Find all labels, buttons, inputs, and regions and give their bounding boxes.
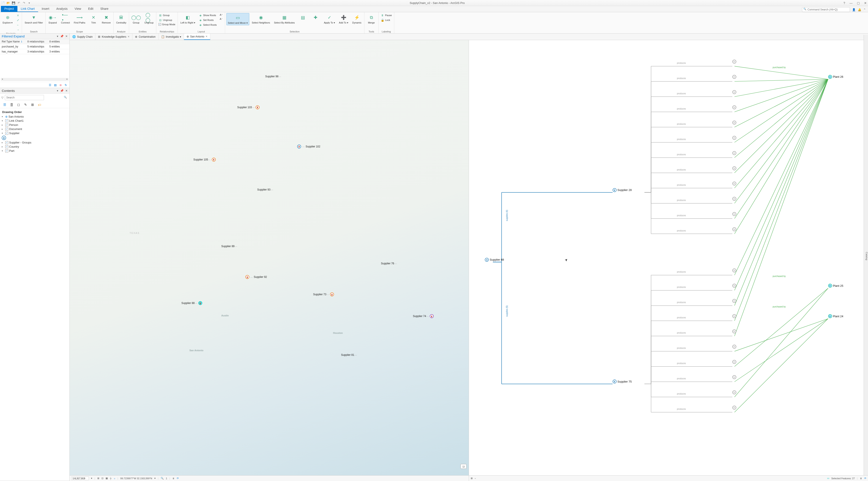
list-by-editing-icon[interactable]: ✎: [23, 102, 28, 107]
product-node[interactable]: ⊙: [732, 121, 736, 125]
map-supplier[interactable]: Supplier 74▮: [413, 314, 434, 318]
link-node[interactable]: ▮Supplier 75: [613, 380, 632, 384]
list-by-source-icon[interactable]: 🗄: [9, 102, 14, 107]
qat-redo-icon[interactable]: ↷: [22, 1, 26, 5]
panel-close-icon[interactable]: ✕: [65, 35, 68, 38]
tree-root[interactable]: ▾ ⊛ San Antonio: [1, 115, 69, 119]
list-by-selection-icon[interactable]: ◻: [16, 102, 21, 107]
product-node[interactable]: ⊙: [732, 329, 736, 333]
document-tab[interactable]: ⊛San Antonio✕: [184, 33, 211, 40]
ribbon-button[interactable]: ◉Select Neighbors: [251, 13, 272, 25]
ribbon-small-button[interactable]: ◈Show Roots: [198, 13, 217, 18]
fe-view-list-icon[interactable]: ☰: [48, 83, 52, 87]
map-navigator-icon[interactable]: ◲: [461, 464, 467, 469]
scale-input[interactable]: [71, 477, 89, 480]
link-chart-view[interactable]: ▮Supplier 88▮Supplier 28▮Supplier 75▮Pla…: [469, 40, 868, 475]
tree-layer[interactable]: ▸✓Document: [1, 127, 69, 131]
ribbon-small-button[interactable]: →: [15, 27, 21, 32]
ribbon-button[interactable]: ▦Select By Attributes: [273, 13, 296, 25]
link-node[interactable]: ▮Supplier 28: [613, 188, 632, 192]
fe-hscrollbar[interactable]: [1, 78, 69, 81]
ribbon-button[interactable]: ⊕Explore ▾: [1, 13, 14, 25]
checkbox[interactable]: ✓: [5, 141, 8, 144]
expand-icon[interactable]: ▾: [2, 150, 4, 152]
sb-icon[interactable]: ▫: [475, 477, 476, 480]
fe-row[interactable]: has_manager 3 relationships 3 entities: [0, 49, 69, 54]
product-node[interactable]: ⊙: [732, 106, 736, 109]
link-node[interactable]: ▮Plant 24: [828, 314, 843, 318]
contents-pin-icon[interactable]: 📌: [60, 89, 64, 92]
product-node[interactable]: ⊙: [732, 284, 736, 288]
ribbon-button[interactable]: •—•Connect: [60, 13, 71, 25]
map-supplier[interactable]: Supplier 81: [341, 353, 357, 356]
map-supplier[interactable]: Supplier 103▮: [237, 106, 259, 109]
contents-dropdown-icon[interactable]: ▾: [57, 89, 58, 92]
document-tab[interactable]: ⊛Contamination: [132, 33, 158, 40]
ribbon-button[interactable]: ▼Search and Filter: [23, 13, 44, 25]
ribbon-button[interactable]: ⚡Dynamic: [351, 13, 363, 25]
map-supplier[interactable]: Supplier 76: [381, 262, 397, 265]
sb-icon[interactable]: ┼: [110, 477, 112, 480]
qat-undo-icon[interactable]: ↶: [17, 1, 21, 5]
close-icon[interactable]: ✕: [864, 1, 867, 5]
ribbon-button[interactable]: ◯◯Group: [130, 13, 142, 25]
list-by-drawing-icon[interactable]: ☰: [2, 102, 7, 107]
expand-icon[interactable]: ▾: [2, 132, 4, 134]
checkbox[interactable]: ✓: [5, 149, 8, 152]
ribbon-small-button[interactable]: ←: [15, 23, 21, 27]
fe-row[interactable]: purchased_by 5 relationships 5 entities: [0, 44, 69, 49]
ribbon-button[interactable]: 🏛Centrality: [115, 13, 128, 25]
coord-dropdown-icon[interactable]: ▾: [154, 477, 156, 480]
tab-edit[interactable]: Edit: [85, 6, 97, 12]
product-node[interactable]: ⊙: [732, 269, 736, 272]
checkbox[interactable]: ✓: [5, 145, 8, 148]
checkbox[interactable]: ✓: [5, 132, 8, 135]
qat-customize-icon[interactable]: ▾: [27, 1, 31, 5]
ribbon-small-button[interactable]: ⤫: [15, 13, 21, 18]
map-supplier[interactable]: Supplier 93: [257, 188, 274, 191]
product-node[interactable]: ⊙: [732, 151, 736, 155]
tab-link-chart[interactable]: Link Chart: [18, 6, 38, 12]
minimize-icon[interactable]: —: [849, 1, 852, 5]
ribbon-small-button[interactable]: A⁻: [219, 17, 223, 21]
fe-view-grid-icon[interactable]: ▤: [53, 83, 57, 87]
pause-draw-icon[interactable]: ⏸: [172, 477, 175, 480]
fe-link-icon[interactable]: ⊗: [59, 83, 62, 87]
tree-layer[interactable]: ▸✓Supplier - Groups: [1, 141, 69, 145]
tab-share[interactable]: Share: [97, 6, 112, 12]
product-node[interactable]: ⊙: [732, 182, 736, 185]
tree-layer[interactable]: ▾ ✓ Link Chart1: [1, 119, 69, 123]
user-icon[interactable]: 👤: [852, 8, 856, 11]
product-node[interactable]: ⊙: [732, 167, 736, 170]
product-node[interactable]: ⊙: [732, 75, 736, 79]
panel-dropdown-icon[interactable]: ▾: [57, 35, 58, 38]
sb-zoom-icon[interactable]: 🔍: [161, 477, 164, 480]
tree-layer[interactable]: ▸✓Country: [1, 145, 69, 149]
expand-icon[interactable]: ▾: [2, 115, 4, 118]
ribbon-button[interactable]: ⧉Merge: [366, 13, 377, 25]
contents-close-icon[interactable]: ✕: [65, 89, 68, 92]
tab-close-icon[interactable]: ✕: [128, 35, 129, 38]
tree-layer[interactable]: ▸✓Person: [1, 123, 69, 127]
map-supplier[interactable]: Supplier 89: [221, 245, 238, 248]
contents-search-input[interactable]: [5, 95, 44, 100]
product-node[interactable]: ⊙: [732, 299, 736, 303]
expand-icon[interactable]: ▸: [2, 141, 4, 144]
ribbon-small-button[interactable]: 🔒Lock: [380, 18, 393, 22]
list-by-snapping-icon[interactable]: ⊞: [30, 102, 35, 107]
ribbon-button[interactable]: ◧Left to Right ▾: [179, 13, 196, 25]
checkbox[interactable]: ✓: [5, 119, 8, 122]
tab-insert[interactable]: Insert: [38, 6, 53, 12]
ribbon-button[interactable]: ▤: [298, 13, 309, 22]
ribbon-small-button[interactable]: ⤢: [15, 18, 21, 22]
fe-col-name[interactable]: Rel Type Name ⇂: [2, 40, 27, 43]
ribbon-button[interactable]: ➕Add To ▾: [338, 13, 350, 25]
ribbon-button[interactable]: ◯ ◯Ungroup: [143, 13, 155, 25]
map-supplier[interactable]: Supplier 98: [265, 75, 281, 78]
checkbox[interactable]: ✓: [5, 128, 8, 131]
tree-layer[interactable]: ▾✓Part: [1, 149, 69, 153]
expand-icon[interactable]: ▸: [2, 146, 4, 148]
ribbon-small-button[interactable]: ⊟Ungroup: [158, 18, 176, 22]
product-node[interactable]: ⊙: [732, 90, 736, 94]
ribbon-button[interactable]: ✚: [310, 13, 321, 22]
